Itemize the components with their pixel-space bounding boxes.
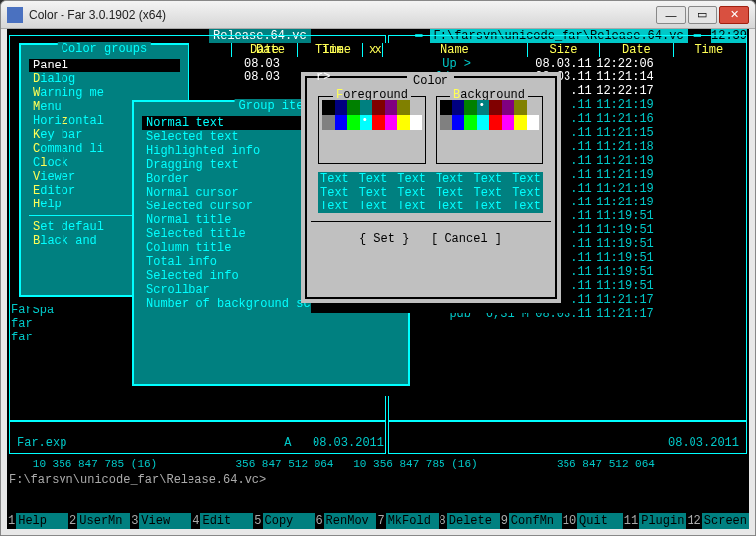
clock: 12:39	[711, 29, 747, 43]
window-title: Color - Far 3.0.1902 (x64)	[29, 8, 654, 22]
color-swatch[interactable]	[372, 100, 385, 115]
color-swatch[interactable]	[514, 115, 527, 130]
color-swatch[interactable]	[502, 100, 515, 115]
color-dialog[interactable]: Color Foreground Background TextTextText…	[301, 72, 561, 303]
color-swatch[interactable]	[385, 100, 398, 115]
color-preview: TextTextTextTextTextText TextTextTextTex…	[318, 172, 543, 213]
fkey-quit[interactable]: 10Quit	[562, 513, 623, 529]
totals-line: 10 356 847 785 (16) 356 847 512 064 10 3…	[13, 458, 743, 469]
minimize-button[interactable]: —	[656, 6, 686, 24]
color-swatch[interactable]	[372, 115, 385, 130]
color-swatch[interactable]	[527, 100, 540, 115]
color-group-item[interactable]: Warning me	[29, 86, 180, 100]
console-area: Release.64.vc ═ F:\farsvn\unicode_far\Re…	[7, 29, 749, 529]
fkey-plugin[interactable]: 11Plugin	[623, 513, 687, 529]
color-swatch[interactable]	[440, 100, 452, 115]
fkey-copy[interactable]: 5Copy	[253, 513, 315, 529]
color-swatch[interactable]	[397, 115, 410, 130]
color-group-item[interactable]: Dialog	[29, 72, 180, 86]
fkey-renmov[interactable]: 6RenMov	[315, 513, 376, 529]
color-swatch[interactable]	[322, 100, 335, 115]
fkey-delete[interactable]: 8Delete	[439, 513, 500, 529]
color-swatch[interactable]	[347, 115, 360, 130]
panel-columns-right: Name Size Date Time	[382, 43, 745, 57]
color-swatch[interactable]	[397, 100, 410, 115]
color-swatch[interactable]	[477, 115, 490, 130]
group-items-title: Group ite	[235, 99, 308, 113]
right-panel-title: ═ F:\farsvn\unicode_far\Release.64.vc ═	[415, 29, 701, 43]
color-swatch[interactable]	[514, 100, 527, 115]
app-icon	[7, 7, 23, 23]
color-swatch[interactable]	[360, 115, 373, 130]
left-panel-title: Release.64.vc	[209, 29, 388, 43]
dialog-buttons: { Set } [ Cancel ]	[311, 221, 551, 246]
right-status: 08.03.2011	[668, 436, 739, 450]
color-swatch[interactable]	[347, 100, 360, 115]
color-swatch[interactable]	[489, 100, 502, 115]
color-swatch[interactable]	[452, 115, 465, 130]
color-swatch[interactable]	[502, 115, 515, 130]
fkey-help[interactable]: 1Help	[7, 513, 68, 529]
maximize-button[interactable]: ▭	[688, 6, 717, 24]
color-swatch[interactable]	[360, 100, 373, 115]
command-line[interactable]: F:\farsvn\unicode_far\Release.64.vc>	[9, 473, 747, 487]
color-swatch[interactable]	[410, 115, 423, 130]
file-row[interactable]: Up >08.03.1112:22:06	[382, 57, 745, 70]
titlebar: Color - Far 3.0.1902 (x64) — ▭ ✕	[1, 1, 755, 29]
set-button[interactable]: { Set }	[359, 232, 409, 246]
color-group-item[interactable]: Panel	[29, 59, 180, 72]
color-swatch[interactable]	[464, 115, 477, 130]
cancel-button[interactable]: [ Cancel ]	[431, 232, 502, 246]
app-window: Color - Far 3.0.1902 (x64) — ▭ ✕ Release…	[0, 0, 756, 536]
background-swatches[interactable]: Background	[436, 96, 543, 164]
color-swatch[interactable]	[335, 115, 348, 130]
color-swatch[interactable]	[410, 100, 423, 115]
left-status: Far.exp A 08.03.2011	[17, 436, 384, 450]
fkey-usermn[interactable]: 2UserMn	[68, 513, 130, 529]
color-swatch[interactable]	[489, 115, 502, 130]
fkey-view[interactable]: 3View	[130, 513, 191, 529]
fkey-confmn[interactable]: 9ConfMn	[500, 513, 562, 529]
keybar[interactable]: 1Help2UserMn3View4Edit5Copy6RenMov7MkFol…	[7, 513, 749, 529]
color-swatch[interactable]	[477, 100, 490, 115]
close-button[interactable]: ✕	[719, 6, 749, 24]
color-swatch[interactable]	[464, 100, 477, 115]
foreground-swatches[interactable]: Foreground	[318, 96, 426, 164]
color-swatch[interactable]	[385, 115, 398, 130]
color-swatch[interactable]	[335, 100, 348, 115]
left-panel-columns: DateTimex	[237, 43, 386, 57]
fkey-mkfold[interactable]: 7MkFold	[376, 513, 438, 529]
color-swatch[interactable]	[452, 100, 465, 115]
color-swatch[interactable]	[440, 115, 452, 130]
fkey-edit[interactable]: 4Edit	[191, 513, 253, 529]
color-swatch[interactable]	[322, 115, 335, 130]
fkey-screen[interactable]: 12Screen	[686, 513, 749, 529]
color-swatch[interactable]	[527, 115, 540, 130]
color-groups-title: Color groups	[58, 42, 151, 56]
color-dialog-title: Color	[407, 74, 454, 88]
